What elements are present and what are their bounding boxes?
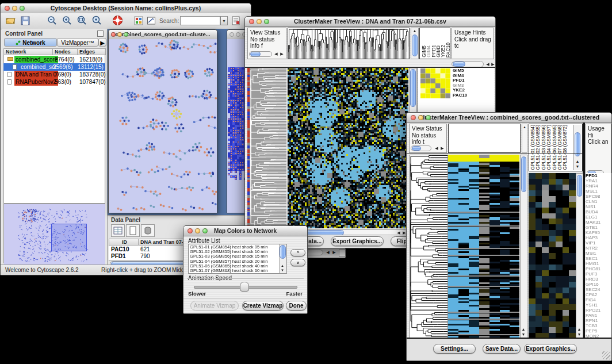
gene-label[interactable]: HAP3: [586, 235, 612, 240]
scroll-up-icon[interactable]: ▲: [522, 125, 527, 129]
zoom-window-icon[interactable]: [20, 6, 25, 11]
treeview1-title-bar[interactable]: ClusterMaker TreeView : DNA and Tran 07-…: [245, 17, 495, 27]
tv1-row-label[interactable]: PAC10: [453, 93, 487, 98]
scroll-up-icon[interactable]: ▲: [575, 159, 580, 164]
tv2-collabel-vscrollbar[interactable]: ▲ ▼: [573, 125, 582, 170]
scroll-up-icon[interactable]: ▲: [576, 327, 582, 332]
export-graphics-button[interactable]: Export Graphics...: [331, 236, 384, 246]
close-icon[interactable]: [188, 228, 193, 233]
scroll-down-icon[interactable]: ▼: [280, 268, 285, 273]
close-icon[interactable]: [411, 115, 416, 120]
column-header-network[interactable]: Network: [3, 48, 53, 55]
move-down-button[interactable]: v: [290, 259, 305, 266]
float-panel-icon[interactable]: [97, 30, 104, 37]
more-tabs-button[interactable]: ▶: [98, 38, 106, 47]
new-attribute-icon[interactable]: [126, 224, 140, 237]
tv1-status-hscrollbar[interactable]: [249, 51, 272, 57]
gene-label[interactable]: SPC98: [586, 194, 612, 199]
tv2-status-hscrollbar[interactable]: [411, 145, 431, 151]
gene-label[interactable]: VIP1: [586, 240, 612, 246]
gene-label[interactable]: RPN1: [586, 318, 612, 323]
tv1-column-dendrogram[interactable]: [288, 28, 410, 59]
scroll-up-icon[interactable]: ▲: [521, 327, 526, 332]
tab-network[interactable]: Network: [4, 38, 57, 47]
column-header-edges[interactable]: Edges: [77, 48, 106, 55]
annotation-icon[interactable]: [146, 16, 156, 26]
attribute-listbox[interactable]: GPL51-01 (GSM854) heat shock 05 minGPL51…: [188, 244, 287, 274]
gene-label[interactable]: YSH1: [586, 302, 612, 308]
network-table-row[interactable]: combined_scores2764(0)16218(0): [5, 56, 104, 63]
scroll-right-icon[interactable]: ▶: [331, 250, 337, 255]
gene-label[interactable]: ELG1: [586, 214, 612, 220]
move-up-button[interactable]: ^: [290, 249, 305, 256]
network-view-1-title-bar[interactable]: combined_scores_good.txt--cluste...: [109, 30, 217, 40]
gene-label[interactable]: MSL1: [586, 189, 612, 194]
gene-label[interactable]: RNR4: [586, 183, 612, 189]
speed-slider-thumb[interactable]: [240, 282, 249, 292]
tab-vizmapper[interactable]: VizMapper™: [57, 38, 98, 47]
zoom-window-icon[interactable]: [202, 228, 208, 233]
network-name[interactable]: DNA and Tran 07: [14, 71, 58, 78]
scroll-left-icon[interactable]: ◀: [325, 250, 331, 255]
minimize-icon[interactable]: [195, 228, 200, 233]
tv2-row-dendrogram[interactable]: [409, 155, 448, 339]
create-vizmap-button[interactable]: Create Vizmap: [242, 301, 284, 311]
tv2-column-label[interactable]: GPL51-04 (GSM857): [546, 125, 552, 170]
gene-label[interactable]: SEC24: [586, 287, 612, 292]
network-table-row[interactable]: RNAPuberNov2+I563(0)107847(0): [5, 78, 104, 86]
attr-col-id[interactable]: ID: [109, 239, 139, 246]
scroll-right-icon[interactable]: ▶: [279, 52, 285, 56]
resize-grip[interactable]: [602, 351, 610, 359]
minimize-icon[interactable]: [418, 115, 423, 120]
zoom-window-icon[interactable]: [124, 32, 128, 37]
gene-label[interactable]: CPA2: [586, 292, 612, 297]
animate-vizmap-button[interactable]: Animate Vizmap: [190, 301, 239, 311]
tv2-heatmap[interactable]: [448, 155, 519, 339]
tv2-column-dendrogram-area[interactable]: [448, 124, 521, 153]
zoom-in-icon[interactable]: [62, 16, 72, 26]
dialog-title-bar[interactable]: Map Colors to Network: [183, 226, 307, 236]
treeview2-title-bar[interactable]: ClusterMaker TreeView : combined_scores_…: [407, 113, 611, 123]
zoom-fit-icon[interactable]: [76, 16, 87, 26]
zoom-out-icon[interactable]: [47, 16, 57, 26]
attribute-list-item[interactable]: GPL51-07 (GSM868) heat shock 60 min: [190, 269, 278, 273]
gene-label[interactable]: NTR2: [586, 246, 612, 251]
gene-label[interactable]: PFD1: [586, 173, 612, 178]
scroll-left-icon[interactable]: ◀: [434, 146, 439, 151]
network-overview-panel[interactable]: [3, 204, 105, 263]
settings-button[interactable]: Settings...: [433, 344, 476, 354]
minimize-icon[interactable]: [257, 19, 262, 24]
tv1-zoom-heatmap[interactable]: [420, 68, 450, 98]
close-icon[interactable]: [5, 6, 10, 11]
scroll-down-icon[interactable]: ▼: [521, 332, 526, 337]
minimize-icon[interactable]: [12, 6, 17, 11]
vizmapper-icon[interactable]: [133, 16, 144, 26]
scroll-down-icon[interactable]: ▼: [576, 332, 582, 337]
gene-label[interactable]: SEC1: [586, 256, 612, 261]
scroll-right-icon[interactable]: ▶: [490, 62, 496, 67]
gene-label[interactable]: BUD4: [586, 209, 612, 214]
scroll-right-icon[interactable]: ▶: [439, 146, 445, 151]
close-icon[interactable]: [249, 19, 254, 24]
gene-label[interactable]: HRD3: [586, 277, 612, 282]
scroll-down-icon[interactable]: ▼: [575, 164, 580, 169]
export-graphics-button[interactable]: Export Graphics...: [524, 344, 577, 354]
tv2-zoom-heatmap[interactable]: [529, 173, 576, 339]
close-icon[interactable]: [111, 32, 116, 37]
network-name[interactable]: combined_scores: [14, 56, 58, 63]
tv2-heatmap-vscrollbar[interactable]: ▲ ▼: [520, 155, 527, 339]
column-header-nodes[interactable]: Nodes: [52, 48, 78, 55]
minimize-icon[interactable]: [117, 32, 122, 37]
network-canvas-1[interactable]: [109, 39, 217, 213]
gene-label[interactable]: RPO21: [586, 308, 612, 313]
zoom-window-icon[interactable]: [264, 19, 269, 24]
gene-label[interactable]: MSI1: [586, 251, 612, 256]
done-button[interactable]: Done: [286, 301, 307, 311]
save-session-icon[interactable]: [20, 16, 30, 26]
scroll-left-icon[interactable]: ◀: [273, 52, 279, 56]
gene-label[interactable]: FIG4: [586, 297, 612, 302]
delete-attribute-icon[interactable]: [141, 224, 155, 237]
gene-label[interactable]: HMG1: [586, 261, 612, 266]
network-name[interactable]: RNAPuberNov2+I: [14, 78, 58, 86]
scroll-up-icon[interactable]: ▲: [280, 263, 285, 268]
